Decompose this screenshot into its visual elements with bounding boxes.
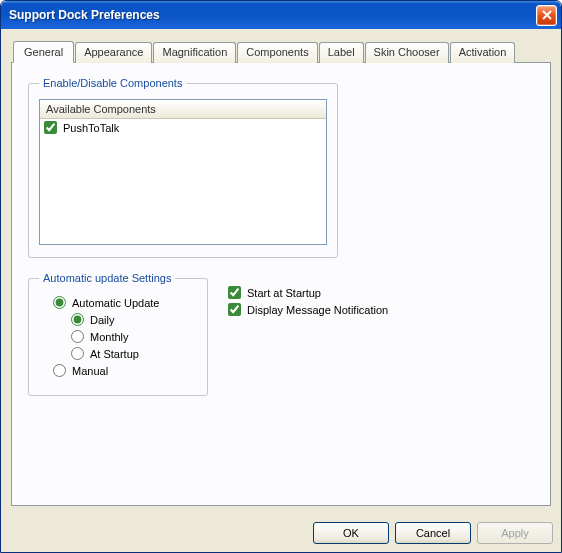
available-components-list[interactable]: Available Components PushToTalk [39,99,327,245]
ok-button[interactable]: OK [313,522,389,544]
tab-magnification[interactable]: Magnification [153,42,236,63]
radio-row-manual: Manual [53,364,197,377]
list-item-label: PushToTalk [63,122,119,134]
radio-label: At Startup [90,348,139,360]
radio-label: Manual [72,365,108,377]
preferences-window: Support Dock Preferences General Appeara… [0,0,562,553]
window-title: Support Dock Preferences [9,8,536,22]
cancel-button[interactable]: Cancel [395,522,471,544]
radio-row-automatic: Automatic Update [53,296,197,309]
radio-monthly[interactable] [71,330,84,343]
apply-button: Apply [477,522,553,544]
checkbox-label: Start at Startup [247,287,321,299]
components-legend: Enable/Disable Components [39,77,186,89]
tab-skin-chooser[interactable]: Skin Chooser [365,42,449,63]
list-item[interactable]: PushToTalk [40,119,326,136]
close-icon [542,10,552,20]
titlebar: Support Dock Preferences [1,1,561,29]
radio-label: Monthly [90,331,129,343]
tab-panel-general: Enable/Disable Components Available Comp… [11,62,551,506]
lower-row: Automatic update Settings Automatic Upda… [28,272,534,396]
radio-row-at-startup: At Startup [71,347,197,360]
tabstrip: General Appearance Magnification Compone… [13,41,551,62]
tab-general[interactable]: General [13,41,74,63]
tab-label[interactable]: Label [319,42,364,63]
radio-automatic-update[interactable] [53,296,66,309]
tab-appearance[interactable]: Appearance [75,42,152,63]
list-header: Available Components [40,100,326,119]
radio-daily[interactable] [71,313,84,326]
radio-label: Automatic Update [72,297,159,309]
checkbox-start-at-startup[interactable] [228,286,241,299]
radio-label: Daily [90,314,114,326]
check-row-start-at-startup: Start at Startup [228,286,388,299]
tab-components[interactable]: Components [237,42,317,63]
autoupdate-legend: Automatic update Settings [39,272,175,284]
radio-row-monthly: Monthly [71,330,197,343]
radio-row-daily: Daily [71,313,197,326]
enable-disable-components-group: Enable/Disable Components Available Comp… [28,77,338,258]
radio-at-startup[interactable] [71,347,84,360]
tab-activation[interactable]: Activation [450,42,516,63]
dialog-button-row: OK Cancel Apply [1,514,561,552]
automatic-update-settings-group: Automatic update Settings Automatic Upda… [28,272,208,396]
checkbox-label: Display Message Notification [247,304,388,316]
side-options: Start at Startup Display Message Notific… [228,272,388,320]
checkbox-display-message-notification[interactable] [228,303,241,316]
close-button[interactable] [536,5,557,26]
component-checkbox-pushtotalk[interactable] [44,121,57,134]
radio-manual[interactable] [53,364,66,377]
check-row-display-message: Display Message Notification [228,303,388,316]
content-area: General Appearance Magnification Compone… [1,29,561,514]
